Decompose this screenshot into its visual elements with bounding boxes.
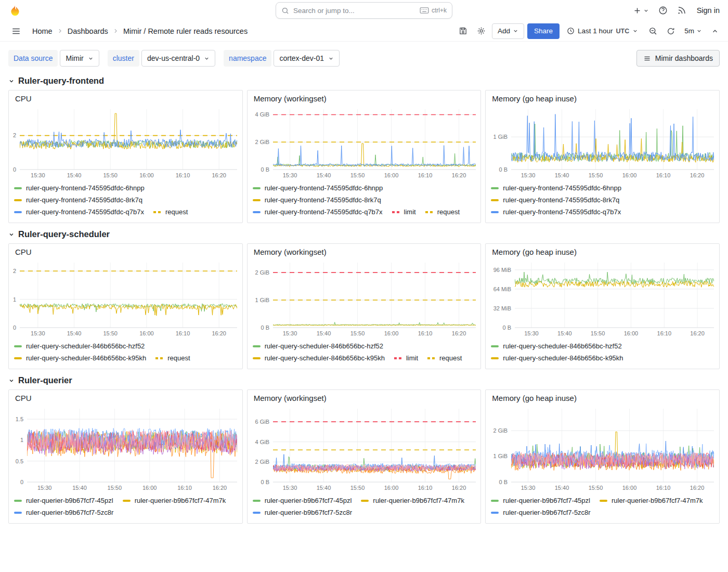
grafana-logo[interactable] [8,4,22,17]
refresh-interval-picker[interactable]: 5m [681,24,705,38]
breadcrumb-home[interactable]: Home [30,26,55,36]
time-series-chart[interactable]: 15:3015:4015:5016:0016:1016:2000.511.5 [9,404,242,493]
namespace-dropdown[interactable]: cortex-dev-01 [274,50,340,67]
share-button[interactable]: Share [527,23,560,39]
legend-item[interactable]: ruler-querier-b9b67fcf7-47m7k [361,496,464,506]
svg-text:15:30: 15:30 [524,330,539,336]
panel-title[interactable]: Memory (go heap inuse) [486,390,719,404]
time-range-picker[interactable]: Last 1 hour UTC [563,23,642,39]
panel-title[interactable]: Memory (workingset) [248,244,481,257]
legend-marker [14,512,22,514]
section-ruler-querier: Ruler-querier CPU 15:3015:4015:5016:0016… [0,369,728,524]
refresh-button[interactable] [664,24,678,38]
legend-item[interactable]: request [155,353,190,363]
datasource-dropdown[interactable]: Mimir [60,50,99,67]
save-dashboard-button[interactable] [456,23,471,38]
legend-item[interactable]: ruler-query-frontend-745595dfdc-8rk7q [14,195,142,205]
svg-text:15:50: 15:50 [589,172,603,178]
time-range-label: Last 1 hour [578,27,613,35]
legend-item[interactable]: ruler-query-frontend-745595dfdc-6hnpp [491,183,621,193]
legend-item[interactable]: limit [394,353,418,363]
mimir-dashboards-button[interactable]: Mimir dashboards [636,50,720,67]
svg-text:16:00: 16:00 [624,330,639,336]
mega-menu-toggle[interactable] [8,23,24,39]
collapse-toolbar-button[interactable] [708,24,722,38]
time-series-chart[interactable]: 15:3015:4015:5016:0016:1016:200 B1 GiB2 … [248,257,481,339]
legend-item[interactable]: request [425,207,460,217]
legend-item[interactable]: ruler-query-scheduler-846b656bc-k95kh [253,353,385,363]
svg-text:15:50: 15:50 [350,172,365,178]
section-header-ruler-query-frontend[interactable]: Ruler-query-frontend [0,70,728,90]
time-series-chart[interactable]: 15:3015:4015:5016:0016:1016:2002 [9,104,242,181]
new-menu-button[interactable] [630,3,652,18]
legend-marker [14,187,22,189]
legend-item[interactable]: limit [392,207,416,217]
legend-item[interactable]: ruler-querier-b9b67fcf7-45pzl [14,496,113,506]
legend-item[interactable]: request [153,207,188,217]
time-series-chart[interactable]: 15:3015:4015:5016:0016:1016:20012 [9,257,242,339]
time-series-chart[interactable]: 15:3015:4015:5016:0016:1016:200 B2 GiB4 … [248,404,481,493]
legend-item[interactable]: ruler-query-scheduler-846b656bc-k95kh [491,353,623,363]
panel-title[interactable]: Memory (go heap inuse) [486,244,719,257]
top-nav: Search or jump to... ctrl+k Sign in [0,0,728,21]
legend-label: request [437,207,460,217]
time-series-chart[interactable]: 15:3015:4015:5016:0016:1016:200 B1 GiB2 … [486,404,719,493]
zoom-out-button[interactable] [645,23,660,38]
legend-item[interactable]: ruler-querier-b9b67fcf7-47m7k [123,496,226,506]
legend-item[interactable]: ruler-query-frontend-745595dfdc-6hnpp [253,183,383,193]
legend-item[interactable]: ruler-querier-b9b67fcf7-5zc8r [14,508,113,518]
legend-item[interactable]: ruler-query-scheduler-846b656bc-hzf52 [491,341,621,352]
chevron-right-icon [57,28,63,34]
legend-label: ruler-query-frontend-745595dfdc-6hnpp [26,183,145,193]
legend-item[interactable]: ruler-query-scheduler-846b656bc-hzf52 [14,341,145,352]
legend-item[interactable]: ruler-querier-b9b67fcf7-47m7k [600,496,703,506]
list-icon [643,55,651,62]
svg-text:16:00: 16:00 [622,172,637,178]
legend-item[interactable]: ruler-query-frontend-745595dfdc-q7b7x [14,207,144,217]
panel-title[interactable]: Memory (workingset) [248,90,481,104]
breadcrumb-dashboards[interactable]: Dashboards [66,26,110,36]
sign-in-link[interactable]: Sign in [697,6,720,15]
cluster-dropdown[interactable]: dev-us-central-0 [141,50,215,67]
legend-item[interactable]: request [427,353,462,363]
news-rss-icon [677,6,686,15]
legend-label: ruler-query-scheduler-846b656bc-hzf52 [265,341,383,352]
time-series-chart[interactable]: 15:3015:4015:5016:0016:1016:200 B1 GiB [486,104,719,181]
legend-item[interactable]: ruler-query-frontend-745595dfdc-6hnpp [14,183,145,193]
panel-row: CPU 15:3015:4015:5016:0016:1016:2000.511… [0,389,728,524]
panel-title[interactable]: CPU [9,90,242,104]
svg-text:0: 0 [13,166,16,173]
svg-text:6 GiB: 6 GiB [255,419,269,425]
legend-item[interactable]: ruler-querier-b9b67fcf7-45pzl [253,496,352,506]
section-header-ruler-query-scheduler[interactable]: Ruler-query-scheduler [0,223,728,243]
legend-item[interactable]: ruler-query-scheduler-846b656bc-hzf52 [253,341,383,352]
panel-title[interactable]: Memory (workingset) [248,390,481,404]
time-series-chart[interactable]: 15:3015:4015:5016:0016:1016:200 B32 MiB6… [486,257,719,339]
svg-text:1: 1 [20,437,23,443]
legend-item[interactable]: ruler-querier-b9b67fcf7-45pzl [491,496,590,506]
panel-legend: ruler-query-scheduler-846b656bc-hzf52rul… [486,339,719,369]
add-panel-button[interactable]: Add [492,23,524,39]
legend-marker [14,500,22,502]
panel-title[interactable]: CPU [9,244,242,257]
panel-title[interactable]: CPU [9,390,242,404]
legend-item[interactable]: ruler-query-scheduler-846b656bc-k95kh [14,353,146,363]
legend-item[interactable]: ruler-querier-b9b67fcf7-5zc8r [253,508,352,518]
breadcrumb: Home Dashboards Mimir / Remote ruler rea… [30,26,250,36]
search-input[interactable]: Search or jump to... ctrl+k [276,2,452,19]
svg-text:16:00: 16:00 [384,172,398,178]
help-button[interactable] [655,3,671,18]
panel-title[interactable]: Memory (go heap inuse) [486,90,719,104]
plus-icon [633,6,642,15]
section-header-ruler-querier[interactable]: Ruler-querier [0,369,728,389]
time-series-chart[interactable]: 15:3015:4015:5016:0016:1016:200 B2 GiB4 … [248,104,481,181]
legend-label: ruler-querier-b9b67fcf7-5zc8r [26,508,113,518]
svg-text:16:10: 16:10 [418,485,432,491]
legend-item[interactable]: ruler-query-frontend-745595dfdc-q7b7x [491,207,621,217]
legend-item[interactable]: ruler-querier-b9b67fcf7-5zc8r [491,508,590,518]
news-button[interactable] [674,3,690,18]
legend-item[interactable]: ruler-query-frontend-745595dfdc-q7b7x [253,207,383,217]
legend-item[interactable]: ruler-query-frontend-745595dfdc-8rk7q [253,195,381,205]
dashboard-settings-button[interactable] [474,23,489,38]
legend-item[interactable]: ruler-query-frontend-745595dfdc-8rk7q [491,195,619,205]
